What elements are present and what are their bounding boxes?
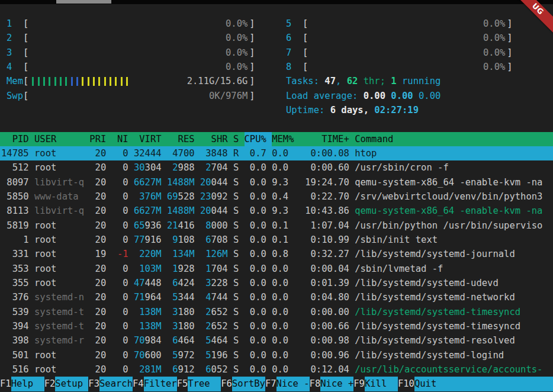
process-table: PID USER PRI NI VIRT RES SHR S CPU% MEM%… (0, 132, 553, 377)
column-header-res[interactable]: RES (167, 132, 195, 146)
fn-button-kill[interactable]: F9Kill (353, 377, 398, 391)
fn-key-f3: F3 (88, 377, 99, 391)
pid-cell: 5850 (1, 189, 29, 204)
column-header-pri[interactable]: PRI (89, 132, 106, 146)
meter-close-bracket: ] (249, 89, 255, 103)
virt-cell: 281M (134, 362, 162, 377)
command-cell: /lib/systemd/systemd-logind (355, 348, 553, 362)
cpu-meter-8-label: 8 (286, 60, 303, 74)
swap-meter-bar: 0K/976M (28, 89, 249, 103)
priority-cell: 20 (89, 276, 106, 290)
memory-bar-tick (115, 77, 117, 86)
column-header-mem[interactable]: MEM% (272, 132, 294, 146)
pid-cell: 355 (1, 276, 29, 290)
fn-button-filter[interactable]: F4Filter (133, 377, 177, 391)
nice-cell: 0 (112, 276, 128, 290)
process-row[interactable]: 376 systemd-n 20 0 71964 5344 4744 S 0.0… (0, 290, 553, 304)
nice-cell: 0 (112, 189, 128, 204)
process-row[interactable]: 5819 root 20 0 65936 21416 8000 S 0.0 0.… (0, 219, 553, 233)
process-row[interactable]: 512 root 20 0 30304 2988 2704 S 0.0 0.0 … (0, 160, 553, 175)
cpu-meter-4-value: 0.0% (226, 60, 247, 74)
cpu-meter-7-bar: 0.0% (308, 46, 507, 60)
column-header-user[interactable]: USER (34, 132, 84, 146)
function-key-bar: F1HelpF2SetupF3SearchF4FilterF5TreeF6Sor… (0, 377, 553, 391)
process-row[interactable]: 353 root 20 0 103M 1928 1704 S 0.0 0.0 0… (0, 262, 553, 276)
fn-button-nice[interactable]: F8Nice + (310, 377, 354, 391)
priority-cell: 20 (89, 204, 106, 218)
pid-cell: 516 (1, 362, 29, 377)
fn-button-tree[interactable]: F5Tree (177, 377, 221, 391)
fn-button-help[interactable]: F1Help (0, 377, 44, 391)
column-header-pid[interactable]: PID (1, 132, 29, 146)
shr-cell: 4744 (200, 290, 228, 304)
memory-meter-label: Mem (7, 74, 23, 88)
shr-cell: 5464 (200, 333, 228, 348)
process-row[interactable]: 539 systemd-t 20 0 138M 3180 2652 S 0.0 … (0, 305, 553, 319)
fn-button-search[interactable]: F3Search (88, 377, 133, 391)
time-cell: 0:00.98 (300, 333, 349, 348)
priority-cell: 20 (89, 219, 106, 233)
column-header-time[interactable]: TIME+ (300, 132, 349, 146)
time-cell: 1:07.04 (300, 219, 349, 233)
process-row[interactable]: 355 root 20 0 47448 6424 3228 S 0.0 0.0 … (0, 276, 553, 290)
cpu-meter-7: 7[0.0%] (286, 46, 513, 60)
process-row[interactable]: 14785 root 20 0 32444 4700 3848 R 0.7 0.… (0, 146, 553, 160)
fn-button-nice[interactable]: F7Nice - (265, 377, 310, 391)
column-header-ni[interactable]: NI (112, 132, 128, 146)
process-row[interactable]: 398 systemd-r 20 0 70984 6464 5464 S 0.0… (0, 333, 553, 348)
memory-meter-value: 2.11G/15.6G (187, 74, 248, 88)
memory-bar-tick (93, 77, 95, 86)
fn-button-setup[interactable]: F2Setup (44, 377, 89, 391)
process-row[interactable]: 8097 libvirt-q 20 0 6627M 1488M 20044 S … (0, 175, 553, 189)
memory-bar-tick (71, 77, 73, 86)
time-cell: 0:00.96 (300, 348, 349, 362)
process-row[interactable]: 5850 www-data 20 0 376M 69528 23092 S 0.… (0, 189, 553, 204)
mem-percent-cell: 0.0 (272, 290, 294, 304)
state-cell: S (233, 219, 239, 233)
process-row[interactable]: 501 root 20 0 70600 5972 5196 S 0.0 0.0 … (0, 348, 553, 362)
meter-close-bracket: ] (249, 17, 255, 31)
res-cell: 1488M (167, 204, 195, 218)
fn-button-quit[interactable]: F10Quit (398, 377, 448, 391)
cpu-meter-6-value: 0.0% (483, 31, 505, 45)
process-row[interactable]: 1 root 20 0 77916 9108 6708 S 0.0 0.1 0:… (0, 233, 553, 247)
column-header-shr[interactable]: SHR (200, 132, 228, 146)
memory-bar-tick (54, 77, 56, 86)
fn-button-sortby[interactable]: F6SortBy (221, 377, 265, 391)
column-header-virt[interactable]: VIRT (134, 132, 162, 146)
res-cell: 5344 (167, 290, 195, 304)
process-row[interactable]: 516 root 20 0 281M 6912 6052 S 0.0 0.0 0… (0, 362, 553, 377)
fn-key-f6: F6 (221, 377, 232, 391)
swap-meter: Swp[0K/976M] (7, 89, 255, 103)
mem-percent-cell: 0.0 (272, 348, 294, 362)
mem-percent-cell: 0.0 (272, 362, 294, 377)
nice-cell: 0 (112, 219, 128, 233)
process-row[interactable]: 394 systemd-t 20 0 138M 3180 2652 S 0.0 … (0, 319, 553, 333)
cpu-percent-cell: 0.0 (245, 160, 266, 175)
state-cell: S (233, 305, 239, 319)
virt-cell: 138M (134, 319, 162, 333)
memory-bar-tick (65, 77, 67, 86)
user-cell: root (34, 219, 84, 233)
fn-key-f1: F1 (0, 377, 11, 391)
column-header-cpu[interactable]: CPU% (245, 132, 266, 146)
shr-cell: 2704 (200, 160, 228, 175)
process-row[interactable]: 331 root 19 -1 220M 134M 126M S 0.0 0.8 … (0, 247, 553, 261)
memory-bar-segments (32, 77, 131, 86)
tasks-threads-count: 62 (347, 76, 358, 86)
fn-key-f2: F2 (44, 377, 56, 391)
state-cell: S (233, 362, 239, 377)
fn-key-f9: F9 (353, 377, 365, 391)
column-header-s[interactable]: S (233, 132, 239, 146)
column-header-cmd[interactable]: Command (355, 132, 553, 146)
process-row[interactable]: 8113 libvirt-q 20 0 6627M 1488M 20044 S … (0, 204, 553, 218)
res-cell: 1928 (167, 262, 195, 276)
meter-open-bracket: [ (23, 17, 28, 31)
shr-cell: 6052 (200, 362, 228, 377)
res-cell: 3180 (167, 305, 195, 319)
command-cell: /lib/systemd/systemd-timesyncd (355, 305, 553, 319)
cpu-percent-cell: 0.0 (245, 247, 266, 261)
cpu-meter-3-value: 0.0% (226, 46, 247, 60)
cpu-meter-5-bar: 0.0% (308, 17, 507, 31)
memory-bar-tick (110, 77, 111, 86)
